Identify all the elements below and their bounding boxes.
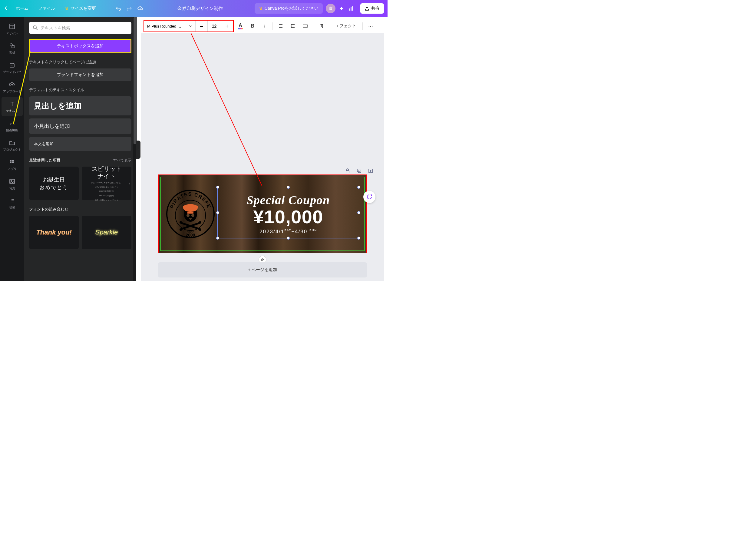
home-link[interactable]: ホーム: [11, 6, 33, 11]
svg-point-48: [180, 228, 182, 231]
share-button[interactable]: 共有: [360, 3, 384, 14]
more-icon[interactable]: ⋯: [365, 21, 376, 31]
page-actions: [343, 167, 375, 175]
templates-icon: [8, 23, 16, 30]
rail-upload-label: アップロード: [3, 89, 21, 94]
avatar[interactable]: 貴: [326, 4, 335, 13]
cloud-sync-icon[interactable]: [135, 3, 146, 14]
svg-point-44: [191, 214, 194, 217]
combo-thankyou[interactable]: Thank you!: [29, 216, 79, 249]
try-pro-button[interactable]: ♛ Canva Proをお試しください: [255, 3, 323, 14]
rail-brand[interactable]: CO. ブランドハブ: [2, 58, 23, 78]
add-body-button[interactable]: 本文を追加: [29, 137, 131, 151]
coupon-text-group[interactable]: Special Coupon ¥10,000 2023/4/1SAT−4/30 …: [216, 193, 360, 235]
svg-rect-13: [13, 160, 14, 161]
background-icon: [8, 197, 16, 204]
recent-item-birthday[interactable]: お誕生日 おめでとう: [29, 167, 79, 200]
ai-fab-icon[interactable]: [363, 191, 375, 203]
image-icon: [8, 178, 16, 185]
rail-background[interactable]: 背景: [2, 194, 23, 213]
add-heading-button[interactable]: 見出しを追加: [29, 96, 131, 115]
svg-rect-14: [10, 161, 11, 163]
thumb-text: お誕生日: [43, 176, 65, 183]
add-page-button[interactable]: + ページを追加: [158, 262, 367, 278]
svg-line-20: [36, 28, 38, 30]
back-icon[interactable]: [4, 6, 11, 12]
design-page[interactable]: PIRATES CREPE SINCE 2009: [158, 174, 367, 253]
apps-icon: [8, 158, 16, 166]
canvas[interactable]: PIRATES CREPE SINCE 2009: [141, 33, 384, 281]
duplicate-icon[interactable]: [355, 167, 363, 175]
thumb-text: PM 4:00 試合開始: [99, 194, 114, 197]
rail-apps-label: アプリ: [8, 167, 17, 171]
svg-point-19: [33, 26, 36, 29]
upload-icon: [8, 81, 16, 88]
collapse-panel-icon[interactable]: ‹: [136, 140, 140, 159]
add-member-icon[interactable]: [337, 4, 346, 13]
pirates-logo[interactable]: PIRATES CREPE SINCE 2009: [165, 188, 216, 239]
rail-elements[interactable]: 素材: [2, 39, 23, 58]
rail-projects[interactable]: プロジェクト: [2, 136, 23, 155]
svg-point-50: [199, 228, 201, 231]
rail-upload[interactable]: アップロード: [2, 78, 23, 97]
rail-photos[interactable]: 写真: [2, 174, 23, 194]
text-icon: T: [8, 100, 16, 107]
rail-draw-label: 描画機能: [6, 128, 18, 132]
file-menu[interactable]: ファイル: [33, 6, 60, 11]
bold-button[interactable]: B: [247, 21, 258, 31]
text-color-button[interactable]: A: [235, 21, 246, 31]
rail-projects-label: プロジェクト: [3, 147, 21, 152]
insights-icon[interactable]: [346, 3, 357, 14]
brand-fonts-button[interactable]: ブランドフォントを追加: [29, 68, 131, 81]
add-textbox-button[interactable]: テキストボックスを追加: [29, 39, 131, 53]
crown-icon: ♛: [259, 6, 263, 11]
panel-scrollbar[interactable]: [133, 17, 136, 281]
text-toolbar: M Plus Rounded … – 12 + A B I T エフェクト ⋯: [141, 19, 384, 33]
thumb-text: 赤と白のチームカラーを身につけて、: [91, 181, 122, 184]
thumb-text: 場所：外苑アメフトグランド: [95, 199, 118, 202]
effects-button[interactable]: エフェクト: [332, 23, 360, 29]
search-input[interactable]: [41, 25, 128, 30]
search-box[interactable]: [29, 22, 131, 34]
chevron-down-icon: [189, 24, 192, 28]
undo-icon[interactable]: [113, 3, 124, 14]
nav-rail: デザイン 素材 CO. ブランドハブ アップロード T テキスト 描画機能 プロ…: [0, 17, 24, 281]
svg-text:T: T: [11, 101, 14, 107]
see-all-recent[interactable]: すべて表示: [113, 158, 131, 163]
document-title[interactable]: 金券印刷デザイン制作: [146, 6, 255, 12]
recent-item-spirit[interactable]: スピリット ナイト 赤と白のチームカラーを身につけて、 試合の応援を盛り上げよう…: [82, 167, 131, 200]
rail-draw[interactable]: 描画機能: [2, 116, 23, 136]
align-button[interactable]: [275, 21, 286, 31]
redo-icon[interactable]: [124, 3, 135, 14]
shapes-icon: [8, 42, 16, 49]
try-pro-label: Canva Proをお試しください: [265, 6, 319, 11]
svg-rect-0: [349, 8, 350, 11]
spacing-button[interactable]: [299, 21, 310, 31]
font-controls-highlight: M Plus Rounded … – 12 +: [144, 20, 234, 32]
svg-rect-16: [13, 161, 14, 163]
svg-rect-11: [10, 160, 11, 161]
font-size-input[interactable]: 12: [208, 21, 221, 31]
rail-text[interactable]: T テキスト: [2, 97, 23, 116]
svg-point-26: [291, 26, 292, 26]
combo-sparkle[interactable]: Sparkle: [82, 216, 131, 249]
italic-button[interactable]: I: [259, 21, 270, 31]
list-button[interactable]: [287, 21, 298, 31]
svg-rect-36: [358, 170, 361, 173]
default-styles-label: デフォルトのテキストスタイル: [29, 87, 131, 93]
font-size-decrease[interactable]: –: [196, 21, 208, 31]
thumb-text: Sparkle: [95, 228, 118, 236]
svg-rect-17: [10, 179, 15, 183]
rail-design[interactable]: デザイン: [2, 19, 23, 39]
click-hint: テキストをクリックしてページに追加: [29, 59, 131, 65]
vertical-text-button[interactable]: T: [315, 21, 326, 31]
lock-icon[interactable]: [343, 167, 352, 175]
add-page-icon[interactable]: [366, 167, 375, 175]
resize-button[interactable]: ♛ サイズを変更: [60, 6, 101, 11]
add-subheading-button[interactable]: 小見出しを追加: [29, 118, 131, 134]
chevron-right-icon[interactable]: ›: [129, 180, 130, 186]
rail-apps[interactable]: アプリ: [2, 155, 23, 174]
svg-rect-35: [357, 169, 360, 172]
font-size-increase[interactable]: +: [221, 21, 233, 31]
font-family-select[interactable]: M Plus Rounded …: [144, 21, 196, 31]
